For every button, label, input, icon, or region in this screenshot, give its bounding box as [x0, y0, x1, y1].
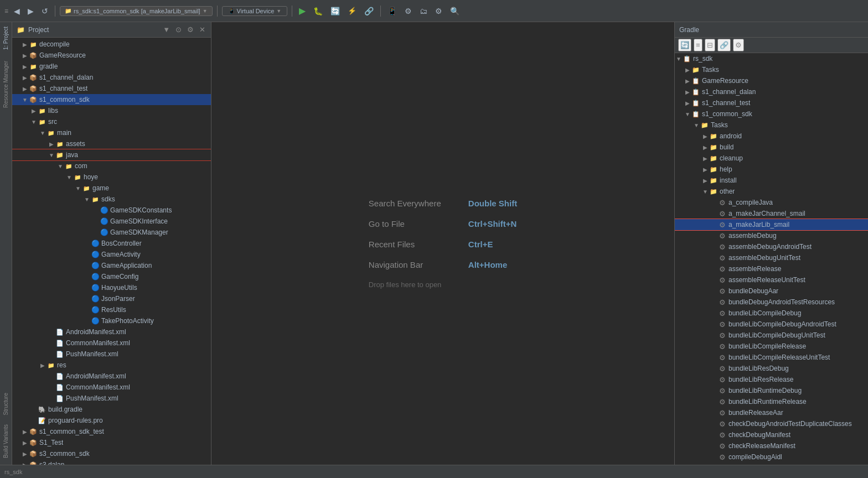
tree-item-gamesdkinterface[interactable]: 🔵 GameSDKInterface — [12, 216, 211, 227]
gradle-item-s1-common-sdk-g[interactable]: ▼ 📋 s1_common_sdk — [675, 108, 868, 119]
gradle-item-bundlelibcompilereleaseunitest[interactable]: ⚙ bundleLibCompileReleaseUnitTest — [675, 352, 868, 363]
gradle-item-bundlelibcompilerelease[interactable]: ⚙ bundleLibCompileRelease — [675, 341, 868, 352]
tree-item-gamesdkmanager[interactable]: 🔵 GameSDKManager — [12, 227, 211, 238]
tree-item-boscontroller[interactable]: 🔵 BosController — [12, 238, 211, 249]
gradle-item-rssdk[interactable]: ▼ 📋 rs_sdk — [675, 53, 868, 64]
gradle-item-other[interactable]: ▼ 📁 other — [675, 186, 868, 197]
gradle-item-bundledebugandroidtestresources[interactable]: ⚙ bundleDebugAndroidTestResources — [675, 297, 868, 308]
gradle-item-bundlelibcompiledebugunitest[interactable]: ⚙ bundleLibCompileDebugUnitTest — [675, 330, 868, 341]
left-tab-resource-manager[interactable]: Resource Manager — [2, 59, 10, 110]
left-tab-project[interactable]: 1: Project — [2, 24, 10, 52]
refresh-button[interactable]: ↺ — [39, 6, 50, 17]
tree-item-gameactivity[interactable]: 🔵 GameActivity — [12, 249, 211, 260]
tree-item-commonmanifest-main[interactable]: 📄 CommonManifest.xml — [12, 337, 211, 349]
gradle-item-checkdebugmanifest[interactable]: ⚙ checkDebugManifest — [675, 429, 868, 440]
tree-item-sdks[interactable]: ▼ 📁 sdks — [12, 194, 211, 205]
tree-item-jsonparser[interactable]: 🔵 JsonParser — [12, 293, 211, 304]
tree-item-takephotoactivity[interactable]: 🔵 TakePhotoActivity — [12, 315, 211, 326]
forward-button[interactable]: ▶ — [25, 6, 36, 17]
gradle-item-bundledebugaar[interactable]: ⚙ bundleDebugAar — [675, 285, 868, 297]
gradle-link-button[interactable]: 🔗 — [717, 39, 731, 51]
gradle-item-bundlelibressrelease[interactable]: ⚙ bundleLibResRelease — [675, 374, 868, 385]
gradle-collapse-button[interactable]: ⊟ — [705, 39, 715, 51]
tree-item-gradle[interactable]: ▶ 📁 gradle — [12, 61, 211, 72]
gradle-item-bundlereleaseaar[interactable]: ⚙ bundleReleaseAar — [675, 407, 868, 418]
gradle-settings-button[interactable]: ⚙ — [733, 39, 744, 51]
tree-item-s1-test[interactable]: ▶ 📦 S1_Test — [12, 437, 211, 448]
gradle-item-checkrleasemanifest[interactable]: ⚙ checkReleaseManifest — [675, 440, 868, 451]
gradle-item-assembledebug[interactable]: ⚙ assembleDebug — [675, 230, 868, 241]
tree-item-gamesdkconstants[interactable]: 🔵 GameSDKConstants — [12, 205, 211, 216]
gradle-item-s1-channel-test-g[interactable]: ▶ 📋 s1_channel_test — [675, 97, 868, 108]
panel-close-icon[interactable]: ✕ — [198, 24, 206, 35]
gradle-item-assembledebugandroidtest[interactable]: ⚙ assembleDebugAndroidTest — [675, 241, 868, 252]
tree-item-gameapplication[interactable]: 🔵 GameApplication — [12, 260, 211, 271]
tree-item-assets[interactable]: ▶ 📁 assets — [12, 138, 211, 149]
sdk-manager-button[interactable]: ⚙ — [402, 6, 414, 17]
left-tab-structure[interactable]: Structure — [2, 391, 10, 418]
project-structure-button[interactable]: 🗂 — [417, 6, 430, 17]
gradle-item-bundlelibcompiledebug[interactable]: ⚙ bundleLibCompileDebug — [675, 308, 868, 319]
gradle-expand-button[interactable]: ≡ — [694, 39, 702, 51]
gradle-item-s1-channel-dalan-g[interactable]: ▶ 📋 s1_channel_dalan — [675, 86, 868, 97]
avd-button[interactable]: 📱 — [385, 6, 399, 17]
tree-item-s1-common-sdk-test[interactable]: ▶ 📦 s1_common_sdk_test — [12, 426, 211, 437]
gradle-item-assembledebugunitest[interactable]: ⚙ assembleDebugUnitTest — [675, 252, 868, 263]
left-tab-build-variants[interactable]: Build Variants — [2, 422, 10, 460]
debug-button[interactable]: 🐛 — [311, 6, 325, 17]
gradle-item-a-makejarchannel[interactable]: ⚙ a_makeJarChannel_smail — [675, 208, 868, 219]
tree-item-haoyueutils[interactable]: 🔵 HaoyueUtils — [12, 282, 211, 293]
tree-item-commonmanifest-res[interactable]: 📄 CommonManifest.xml — [12, 382, 211, 393]
breadcrumb-tab[interactable]: 📁 rs_sdk:s1_common_sdk [a_makeJarLib_sma… — [60, 6, 213, 16]
settings-button[interactable]: ⚙ — [433, 6, 445, 17]
tree-item-pushmanifest-res[interactable]: 📄 PushManifest.xml — [12, 393, 211, 404]
tree-item-res[interactable]: ▶ 📁 res — [12, 360, 211, 371]
gradle-item-build[interactable]: ▶ 📁 build — [675, 142, 868, 153]
gradle-item-bundlelibressdebug[interactable]: ⚙ bundleLibResDebug — [675, 363, 868, 374]
tree-item-java[interactable]: ▼ 📁 java — [12, 149, 211, 160]
gradle-item-cleanup[interactable]: ▶ 📁 cleanup — [675, 153, 868, 164]
gradle-item-help[interactable]: ▶ 📁 help — [675, 164, 868, 175]
gradle-item-a-compilejava[interactable]: ⚙ a_compileJava — [675, 197, 868, 208]
tree-item-com[interactable]: ▼ 📁 com — [12, 160, 211, 172]
gradle-item-bundlelibruntimedebug[interactable]: ⚙ bundleLibRuntimeDebug — [675, 385, 868, 396]
gradle-item-tasks-root[interactable]: ▶ 📁 Tasks — [675, 64, 868, 75]
gradle-item-bundlelibruntimerelease[interactable]: ⚙ bundleLibRuntimeRelease — [675, 396, 868, 407]
tree-item-resutils[interactable]: 🔵 ResUtils — [12, 304, 211, 315]
gradle-sync-button[interactable]: 🔄 — [678, 39, 691, 51]
tree-item-androidmanifest-main[interactable]: 📄 AndroidManifest.xml — [12, 326, 211, 337]
tree-item-build-gradle[interactable]: 🐘 build.gradle — [12, 404, 211, 415]
panel-scope-icon[interactable]: ⊙ — [174, 24, 183, 35]
tree-item-decompile[interactable]: ▶ 📁 decompile — [12, 39, 211, 50]
tree-item-gameconfig[interactable]: 🔵 GameConfig — [12, 271, 211, 282]
tree-item-hoye[interactable]: ▼ 📁 hoye — [12, 172, 211, 183]
run-config-tab[interactable]: 📱 Virtual Device ▼ — [222, 6, 288, 16]
run-button[interactable]: ▶ — [297, 4, 308, 17]
gradle-item-checkdebugandroidtest[interactable]: ⚙ checkDebugAndroidTestDuplicateClasses — [675, 418, 868, 429]
tree-item-gameresource[interactable]: ▶ 📦 GameResource — [12, 50, 211, 61]
tree-item-s1-common-sdk[interactable]: ▼ 📦 s1_common_sdk — [12, 94, 211, 105]
tree-item-androidmanifest-res[interactable]: 📄 AndroidManifest.xml — [12, 371, 211, 382]
gradle-item-install[interactable]: ▶ 📁 install — [675, 175, 868, 186]
gradle-item-assemblreleaseunitest[interactable]: ⚙ assembleReleaseUnitTest — [675, 274, 868, 285]
panel-dropdown-icon[interactable]: ▼ — [162, 24, 171, 35]
tree-item-libs[interactable]: ▶ 📁 libs — [12, 105, 211, 116]
tree-item-main[interactable]: ▼ 📁 main — [12, 127, 211, 138]
tree-item-s3-dalan[interactable]: ▶ 📦 s3 dalan — [12, 459, 211, 465]
gradle-item-gameresource-g[interactable]: ▶ 📋 GameResource — [675, 75, 868, 86]
gradle-item-compiledebugaidl[interactable]: ⚙ compileDebugAidl — [675, 451, 868, 463]
search-everywhere-button[interactable]: 🔍 — [448, 6, 462, 17]
tree-item-s1-channel-test[interactable]: ▶ 📦 s1_channel_test — [12, 83, 211, 94]
tree-item-proguard[interactable]: 📝 proguard-rules.pro — [12, 415, 211, 426]
tree-item-game[interactable]: ▼ 📁 game — [12, 183, 211, 194]
tree-item-src[interactable]: ▼ 📁 src — [12, 116, 211, 127]
back-button[interactable]: ◀ — [12, 6, 22, 17]
attach-button[interactable]: 🔗 — [362, 6, 376, 17]
gradle-item-tasks-s1[interactable]: ▼ 📁 Tasks — [675, 119, 868, 131]
profile-button[interactable]: ⚡ — [345, 6, 359, 16]
sync-button[interactable]: 🔄 — [328, 6, 342, 17]
gradle-item-bundlelibcompiledebugandroidtest[interactable]: ⚙ bundleLibCompileDebugAndroidTest — [675, 319, 868, 330]
tree-item-pushmanifest-main[interactable]: 📄 PushManifest.xml — [12, 349, 211, 360]
tree-item-s1-channel-dalan[interactable]: ▶ 📦 s1_channel_dalan — [12, 72, 211, 83]
gradle-item-android[interactable]: ▶ 📁 android — [675, 131, 868, 142]
